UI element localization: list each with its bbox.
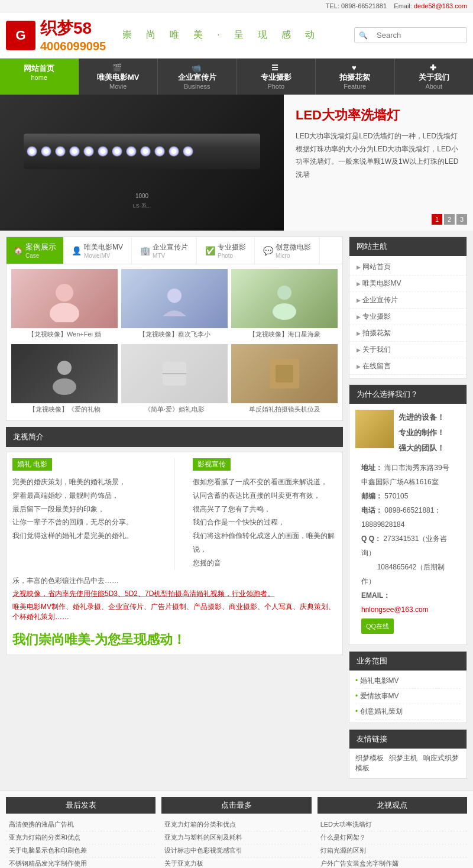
- list-item[interactable]: 灯箱光源的区别: [318, 844, 467, 857]
- footer-link[interactable]: LED大功率洗墙灯: [320, 821, 372, 828]
- biz-item: 婚礼电影MV: [355, 673, 461, 689]
- case-tab-business[interactable]: 🏢 企业宣传片 MTV: [132, 238, 197, 264]
- sidebar-nav-link[interactable]: 专业摄影: [362, 312, 391, 320]
- qq-label: Q Q：: [361, 535, 381, 543]
- footer-col1-list: 高清便携的液晶广告机 亚克力灯箱的分类和优点 关于电脑显示色和印刷色差 不锈钢精…: [6, 818, 155, 868]
- list-item[interactable]: 亚克力灯箱的分类和优点: [161, 818, 311, 831]
- contact-zip: 邮编： 570105: [361, 489, 455, 503]
- footer-link[interactable]: 关于电脑显示色和印刷色差: [9, 847, 87, 854]
- list-item[interactable]: 户外广告安装盒光字制作孀: [318, 857, 467, 868]
- sidebar-nav-item[interactable]: 唯美电影MV: [349, 276, 466, 292]
- nav-item-home[interactable]: 网站首页 home: [0, 59, 79, 95]
- sidebar-nav-item[interactable]: 企业宣传片: [349, 292, 466, 309]
- sidebar-nav-item[interactable]: 关于我们: [349, 342, 466, 358]
- logo-text: 织梦58 4006099095: [40, 17, 106, 53]
- sidebar-nav-item[interactable]: 专业摄影: [349, 309, 466, 325]
- case-tab-micro-label: 创意微电影: [276, 242, 311, 252]
- why-us-points: 先进的设备！ 专业的制作！ 强大的团队！: [399, 410, 445, 456]
- sidebar-nav-item[interactable]: 网站首页: [349, 259, 466, 276]
- nav-item-about[interactable]: ✚ 关于我们 About: [395, 59, 474, 95]
- list-item[interactable]: 关于亚克力板: [161, 857, 311, 868]
- email-link-s[interactable]: hnlongsee@163.com: [361, 605, 429, 614]
- nav-item-business[interactable]: 📹 企业宣传片 Business: [158, 59, 237, 95]
- friend-links-content: 织梦模板 织梦主机 响应式织梦模板: [349, 749, 466, 778]
- sidebar-nav-box: 网站主航 网站首页 唯美电影MV 企业宣传片 专业摄影 拍摄花絮 关于我们 在线…: [349, 237, 467, 378]
- contact-info: 地址： 海口市海秀东路39号申鑫国际广场A栋1616室 邮编： 570105 电…: [355, 456, 461, 639]
- contact-email: EMAIL： hnlongsee@163.com: [361, 588, 455, 617]
- search-input[interactable]: [372, 28, 466, 43]
- nav-home-main: 网站首页: [3, 63, 76, 74]
- friend-links-box: 友情链接 织梦模板 织梦主机 响应式织梦模板: [349, 729, 467, 779]
- gallery-item[interactable]: 【龙视映像】《爱的礼物: [11, 344, 118, 416]
- footer-link[interactable]: 高清便携的液晶广告机: [9, 821, 74, 828]
- list-item[interactable]: 关于电脑显示色和印刷色差: [6, 844, 155, 857]
- sidebar-nav-link[interactable]: 企业宣传片: [362, 296, 398, 304]
- qq-online-badge[interactable]: QQ在线: [361, 618, 394, 634]
- footer-link[interactable]: 灯箱光源的区别: [320, 847, 366, 854]
- gallery-caption: 【龙视映像】《爱的礼物: [11, 403, 118, 416]
- sidebar-nav-link[interactable]: 关于我们: [362, 345, 391, 354]
- footer-link[interactable]: 亚克力灯箱的分类和优点: [164, 821, 236, 828]
- footer-link[interactable]: 不锈钢精品发光字制作使用: [9, 860, 87, 867]
- banner-dot-2[interactable]: 2: [444, 214, 455, 225]
- nav-item-feature[interactable]: ♥ 拍摄花絮 Feature: [316, 59, 395, 95]
- biz-scope-title: 业务范围: [349, 652, 466, 671]
- sidebar-nav-link[interactable]: 拍摄花絮: [362, 329, 391, 337]
- qq-online-wrap: QQ在线: [361, 617, 455, 634]
- sidebar-nav-item[interactable]: 拍摄花絮: [349, 325, 466, 342]
- gallery-item[interactable]: 【龙视映像】Wen+Fei 婚: [11, 269, 118, 341]
- case-tab-micro[interactable]: 💬 创意微电影 Micro: [255, 238, 320, 264]
- email-label: Email:: [394, 2, 412, 9]
- sidebar-nav-item[interactable]: 在线留言: [349, 358, 466, 375]
- case-tab-movie[interactable]: 👤 唯美电影MV Movie/MV: [63, 238, 132, 264]
- footer-link[interactable]: 什么是灯网架？: [320, 834, 366, 841]
- sidebar-nav-link[interactable]: 唯美电影MV: [362, 279, 401, 287]
- banner-dot-3[interactable]: 3: [456, 214, 467, 225]
- why-point-2: 专业的制作！: [399, 425, 445, 441]
- nav-item-movie[interactable]: 🎬 唯美电影MV Movie: [79, 59, 158, 95]
- sidebar-nav-title: 网站主航: [349, 237, 466, 256]
- svg-rect-10: [276, 365, 293, 383]
- friend-link-1[interactable]: 织梦模板: [355, 754, 384, 762]
- footer-link[interactable]: 亚克力灯箱的分类和优点: [9, 834, 80, 841]
- led-dot: [27, 146, 37, 157]
- list-item[interactable]: 亚克力与塑料的区别及耗料: [161, 831, 311, 844]
- gallery-thumb: [11, 344, 118, 403]
- case-tab-home[interactable]: 🏠 案例展示 Case: [7, 237, 63, 264]
- banner-desc: LED大功率洗墙灯是LED洗墙灯的一种，LED洗墙灯根据灯珠功率的大小分为LED…: [296, 130, 461, 181]
- friend-link-2[interactable]: 织梦主机: [389, 754, 417, 762]
- footer-link[interactable]: 亚克力与塑料的区别及耗料: [164, 834, 242, 841]
- logo-icon: G: [6, 21, 35, 50]
- email-link[interactable]: dede58@163.com: [414, 2, 467, 9]
- gallery-item[interactable]: 《简单·爱》婚礼电影: [121, 344, 228, 416]
- about-link: 龙视映像，省内率先使用佳能5D3、5D2、7D机型拍摄高清婚礼视频，行业领跑者。: [12, 589, 336, 599]
- list-item[interactable]: 高清便携的液晶广告机: [6, 818, 155, 831]
- footer-col2-title: 点击最多: [161, 797, 311, 814]
- footer-col2-list: 亚克力灯箱的分类和优点 亚克力与塑料的区别及耗料 设计标志中色彩视觉感官引 关于…: [161, 818, 311, 868]
- logo-title: 织梦58: [40, 17, 106, 40]
- gallery-item[interactable]: 【龙视映像】海口星海豪: [231, 269, 338, 341]
- list-item[interactable]: 不锈钢精品发光字制作使用: [6, 857, 155, 868]
- about-tag-left: 婚礼 电影: [12, 458, 52, 471]
- search-box[interactable]: 🔍: [354, 27, 467, 43]
- sidebar-nav-link[interactable]: 网站首页: [362, 263, 391, 271]
- svg-point-1: [50, 303, 79, 322]
- about-col-left: 婚礼 电影 完美的婚庆策划，唯美的婚礼场景， 穿着最高端婚纱，最靓时尚饰品， 最…: [12, 458, 157, 570]
- gallery-item[interactable]: 【龙视映像】蔡次飞李小: [121, 269, 228, 341]
- footer-link[interactable]: 关于亚克力板: [164, 860, 203, 867]
- about-link-anchor[interactable]: 龙视映像，省内率先使用佳能5D3、5D2、7D机型拍摄高清婚礼视频，行业领跑者。: [12, 590, 274, 598]
- banner-dot-1[interactable]: 1: [432, 214, 442, 225]
- case-tab-photo[interactable]: ✅ 专业摄影 Photo: [197, 238, 255, 264]
- gallery-item[interactable]: 单反婚礼拍摄镜头机位及: [231, 344, 338, 416]
- list-item[interactable]: 什么是灯网架？: [318, 831, 467, 844]
- case-tab-micro-sub: Micro: [276, 252, 311, 259]
- list-item[interactable]: 亚克力灯箱的分类和优点: [6, 831, 155, 844]
- email-label-s: EMAIL：: [361, 591, 390, 600]
- sidebar-nav-link[interactable]: 在线留言: [362, 362, 391, 370]
- list-item[interactable]: LED大功率洗墙灯: [318, 818, 467, 831]
- nav-item-photo[interactable]: ☰ 专业摄影 Photo: [237, 59, 316, 95]
- footer-col-latest: 最后发表 高清便携的液晶广告机 亚克力灯箱的分类和优点 关于电脑显示色和印刷色差…: [6, 797, 155, 868]
- list-item[interactable]: 设计标志中色彩视觉感官引: [161, 844, 311, 857]
- footer-link[interactable]: 设计标志中色彩视觉感官引: [164, 847, 242, 854]
- footer-link[interactable]: 户外广告安装盒光字制作孀: [320, 860, 399, 867]
